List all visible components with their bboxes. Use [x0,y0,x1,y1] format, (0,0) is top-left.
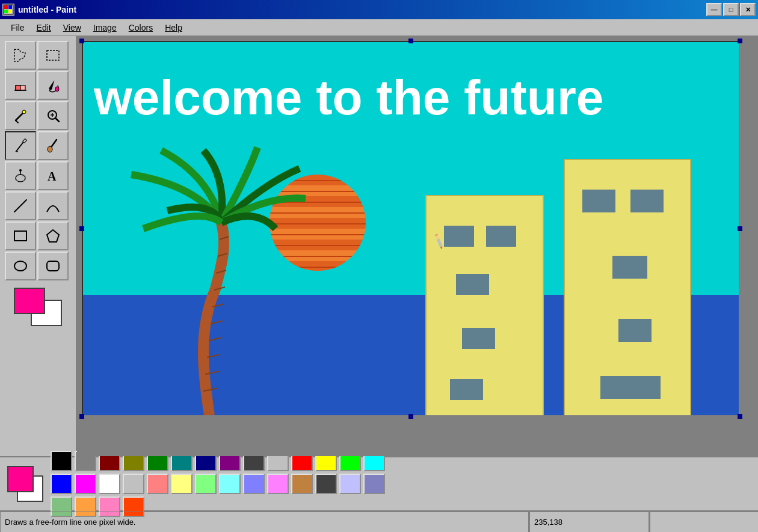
close-button[interactable]: ✕ [740,3,756,16]
svg-marker-5 [14,49,25,61]
color-swatch[interactable] [51,451,72,471]
svg-rect-39 [47,261,59,271]
menu-help[interactable]: Help [159,21,188,34]
status-extra [650,512,758,532]
tool-rounded-rect[interactable] [37,252,69,280]
svg-rect-1 [4,5,8,9]
tool-text[interactable]: A [37,161,69,190]
handle-mr[interactable] [738,226,742,231]
color-swatch[interactable] [243,474,265,494]
tool-airbrush[interactable] [5,161,36,190]
color-swatch[interactable] [99,474,120,494]
color-swatch[interactable] [171,474,193,494]
canvas-area[interactable] [77,36,758,456]
menu-bar: File Edit View Image Colors Help [0,19,758,36]
color-swatch[interactable] [315,474,337,494]
color-swatch[interactable] [291,474,313,494]
svg-point-32 [16,180,17,181]
color-swatch[interactable] [339,474,361,494]
tool-curve[interactable] [37,191,69,220]
handle-bl[interactable] [79,414,84,419]
palette-fg-color[interactable] [7,466,34,492]
svg-point-33 [23,180,25,181]
tool-rect-select[interactable] [37,41,69,70]
color-preview-toolbox [9,285,67,329]
tool-brush[interactable] [37,131,69,160]
svg-rect-3 [4,10,8,13]
svg-line-16 [55,118,59,122]
svg-line-13 [16,120,18,123]
app-icon [2,4,14,16]
maximize-button[interactable]: □ [723,3,739,16]
menu-image[interactable]: Image [87,21,123,34]
svg-point-27 [19,169,22,172]
window-controls: — □ ✕ [706,3,756,16]
handle-tl[interactable] [79,39,84,43]
svg-point-24 [48,146,52,152]
tool-ellipse[interactable] [5,252,36,280]
svg-text:A: A [48,170,57,183]
menu-view[interactable]: View [57,21,87,34]
status-coords: 235,138 [529,512,650,532]
handle-tr[interactable] [738,39,742,43]
svg-line-35 [14,200,26,212]
handle-bc[interactable] [408,414,413,419]
menu-edit[interactable]: Edit [31,21,57,34]
color-swatch[interactable] [123,474,144,494]
tool-zoom[interactable] [37,101,69,130]
handle-br[interactable] [738,414,742,419]
status-message: Draws a free-form line one pixel wide. [0,512,529,532]
tool-pencil[interactable] [5,131,36,160]
svg-point-31 [25,176,26,178]
svg-rect-2 [8,5,12,9]
svg-point-29 [17,175,19,176]
paint-canvas[interactable] [82,41,740,416]
color-palette [0,456,758,510]
handle-tc[interactable] [408,39,413,43]
title-bar: untitled - Paint — □ ✕ [0,0,758,19]
svg-rect-7 [47,51,59,60]
color-swatch[interactable] [267,474,289,494]
tool-fill[interactable] [37,71,69,100]
menu-file[interactable]: File [5,21,31,34]
tool-rect[interactable] [5,221,36,250]
svg-marker-37 [47,230,59,242]
color-grid [51,451,386,517]
window-title: untitled - Paint [18,5,76,14]
svg-point-14 [22,110,26,114]
tool-polygon[interactable] [37,221,69,250]
tool-line[interactable] [5,191,36,220]
palette-fg-bg [5,463,46,504]
fg-color-box[interactable] [14,288,45,314]
tool-color-picker[interactable] [5,101,36,130]
main-container: A [0,36,758,456]
svg-rect-9 [16,85,20,90]
color-swatch[interactable] [219,474,241,494]
svg-rect-36 [14,231,26,241]
color-swatch[interactable] [147,474,168,494]
svg-point-30 [22,175,23,176]
color-swatch[interactable] [363,474,385,494]
color-swatch[interactable] [195,474,217,494]
tool-free-select[interactable] [5,41,36,70]
svg-rect-4 [8,10,12,13]
tool-eraser[interactable] [5,71,36,100]
menu-colors[interactable]: Colors [123,21,159,34]
handle-ml[interactable] [79,226,84,231]
tool-grid: A [2,39,73,283]
status-bar: Draws a free-form line one pixel wide. 2… [0,510,758,532]
minimize-button[interactable]: — [706,3,722,16]
toolbox: A [0,36,77,456]
color-swatch[interactable] [51,474,72,494]
canvas-wrapper [82,41,740,416]
color-swatch[interactable] [75,474,96,494]
svg-point-38 [14,261,26,271]
svg-point-11 [55,87,59,91]
svg-point-28 [15,176,16,178]
